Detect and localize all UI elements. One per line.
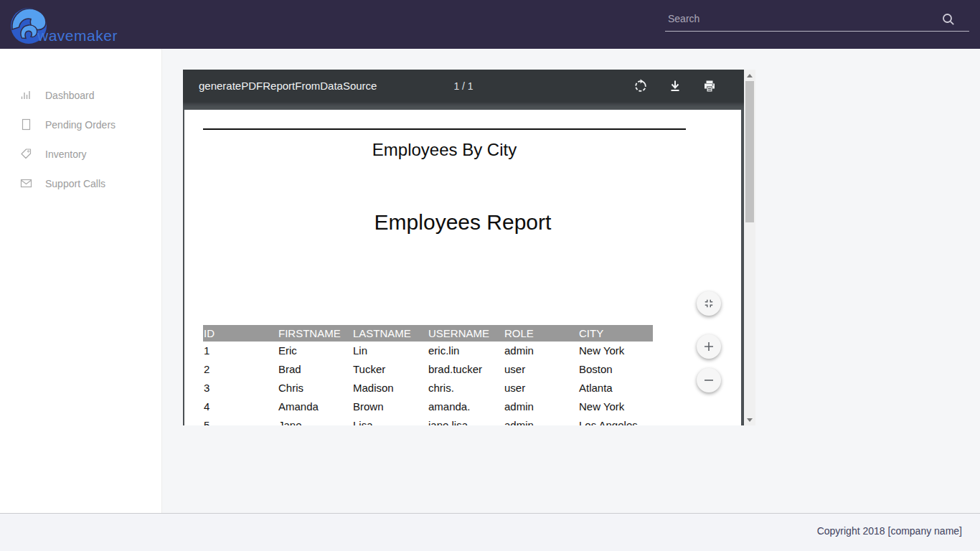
table-cell: jane.lisa: [428, 416, 504, 425]
tag-icon: [20, 148, 32, 160]
table-cell: Amanda: [278, 397, 352, 416]
table-cell: eric.lin: [428, 342, 504, 360]
pdf-viewer-pane: generatePDFReportFromDataSource 1 / 1: [183, 70, 744, 425]
sidebar-item-support-calls[interactable]: Support Calls: [0, 169, 161, 198]
fit-to-page-icon: [702, 297, 715, 310]
pdf-toolbar-actions: [632, 70, 718, 103]
table-cell: admin: [504, 342, 578, 360]
table-cell: admin: [504, 397, 578, 416]
table-cell: Tucker: [352, 360, 428, 379]
table-cell: Brad: [278, 360, 352, 379]
table-row: 3 Chris Madison chris. user Atlanta: [203, 379, 653, 397]
table-cell: Los Angeles: [578, 416, 653, 425]
pdf-page: Employees By City Employees Report ID FI…: [184, 110, 741, 425]
employees-table: ID FIRSTNAME LASTNAME USERNAME ROLE CITY…: [203, 325, 653, 425]
scroll-up-icon[interactable]: [744, 70, 755, 81]
minus-icon: [703, 375, 715, 386]
table-cell: 1: [203, 342, 278, 360]
plus-icon: [703, 341, 715, 352]
table-cell: chris.: [428, 379, 504, 397]
table-cell: Madison: [352, 379, 428, 397]
table-cell: admin: [504, 416, 578, 425]
sidebar-item-dashboard[interactable]: Dashboard: [0, 80, 161, 110]
table-cell: Brown: [352, 397, 428, 416]
sidebar-item-label: Pending Orders: [45, 119, 116, 131]
pdf-toolbar: generatePDFReportFromDataSource 1 / 1: [183, 70, 744, 103]
table-cell: 4: [203, 397, 278, 416]
search-icon[interactable]: [942, 13, 955, 26]
table-cell: Lisa: [352, 416, 428, 425]
app-footer: Copyright 2018 [company name]: [0, 513, 980, 551]
table-header-row: ID FIRSTNAME LASTNAME USERNAME ROLE CITY: [203, 325, 653, 342]
table-row: 4 Amanda Brown amanda. admin New York: [203, 397, 653, 416]
table-cell: New York: [578, 397, 653, 416]
print-icon[interactable]: [701, 77, 718, 95]
table-row: 1 Eric Lin eric.lin admin New York: [203, 342, 653, 360]
table-cell: 3: [203, 379, 278, 397]
table-cell: Eric: [278, 342, 352, 360]
bar-chart-icon: [20, 89, 32, 101]
report-header-rule: [203, 128, 686, 130]
fit-to-page-button[interactable]: [697, 291, 721, 316]
column-header: USERNAME: [428, 325, 504, 342]
search-input[interactable]: [665, 10, 969, 32]
sidebar-item-label: Support Calls: [45, 178, 105, 189]
search-box: [665, 10, 969, 36]
column-header: FIRSTNAME: [278, 325, 352, 342]
main-content: generatePDFReportFromDataSource 1 / 1: [163, 49, 980, 513]
column-header: LASTNAME: [352, 325, 428, 342]
document-icon: [20, 118, 32, 131]
table-cell: New York: [578, 342, 653, 360]
pdf-scrollbar[interactable]: [744, 70, 755, 425]
table-cell: amanda.: [428, 397, 504, 416]
scroll-down-icon[interactable]: [744, 414, 755, 425]
logo-wordmark: wavemaker: [37, 27, 118, 44]
zoom-in-button[interactable]: [697, 334, 721, 359]
table-cell: brad.tucker: [428, 360, 504, 379]
table-cell: user: [504, 379, 578, 397]
report-subtitle: Employees By City: [203, 140, 686, 160]
column-header: ID: [203, 325, 278, 342]
rotate-icon[interactable]: [632, 77, 649, 95]
table-row: 5 Jane Lisa jane.lisa admin Los Angeles: [203, 416, 653, 425]
pdf-viewer: generatePDFReportFromDataSource 1 / 1: [183, 70, 755, 425]
sidebar-item-pending-orders[interactable]: Pending Orders: [0, 110, 161, 139]
table-cell: Jane: [278, 416, 352, 425]
table-cell: Atlanta: [578, 379, 653, 397]
pdf-document-area: Employees By City Employees Report ID FI…: [183, 103, 744, 425]
column-header: CITY: [578, 325, 653, 342]
report-title: Employees Report: [184, 210, 741, 235]
column-header: ROLE: [504, 325, 578, 342]
wavemaker-logo[interactable]: wavemaker: [10, 6, 154, 46]
zoom-out-button[interactable]: [697, 368, 721, 392]
app-header: wavemaker: [0, 0, 980, 49]
table-cell: Lin: [352, 342, 428, 360]
table-cell: Chris: [278, 379, 352, 397]
copyright-text: Copyright 2018 [company name]: [817, 525, 962, 537]
table-row: 2 Brad Tucker brad.tucker user Boston: [203, 360, 653, 379]
sidebar-item-label: Dashboard: [45, 90, 95, 101]
sidebar-nav: Dashboard Pending Orders Inventory Suppo…: [0, 49, 162, 513]
table-cell: user: [504, 360, 578, 379]
download-icon[interactable]: [666, 77, 684, 95]
sidebar-item-label: Inventory: [45, 149, 87, 160]
table-cell: 5: [203, 416, 278, 425]
table-cell: 2: [203, 360, 278, 379]
scrollbar-thumb[interactable]: [745, 81, 754, 222]
table-cell: Boston: [578, 360, 653, 379]
envelope-icon: [20, 177, 32, 189]
sidebar-item-inventory[interactable]: Inventory: [0, 139, 161, 169]
